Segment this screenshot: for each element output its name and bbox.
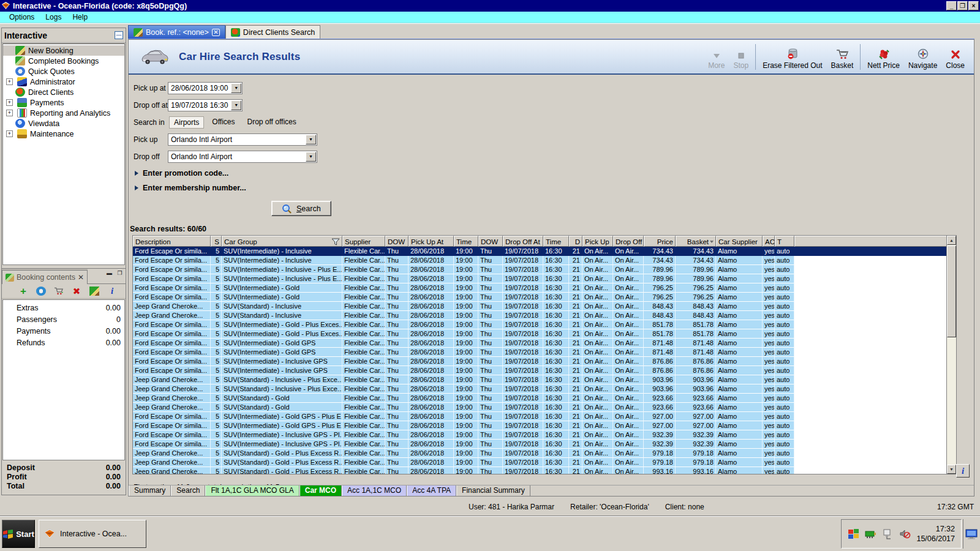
expand-icon[interactable]: + <box>6 110 13 116</box>
table-row[interactable]: Ford Escape Or simila...5SUV(Intermediat… <box>133 421 956 430</box>
booking-contents-row[interactable]: Payments 0.00 <box>7 327 121 339</box>
bottom-tab-flt-1a-1c-gla-mco-gla[interactable]: Flt 1A,1C GLA MCO GLA <box>205 485 299 496</box>
column-header-supplier[interactable]: Supplier <box>342 236 385 247</box>
navigate-button[interactable]: Navigate <box>904 43 941 71</box>
sidebar-item-direct-clients[interactable]: Direct Clients <box>3 87 124 97</box>
antivirus-icon[interactable] <box>848 528 859 539</box>
pickup-combobox[interactable]: Orlando Intl Airport ▼ <box>168 133 317 146</box>
column-header-car-supplier[interactable]: Car Supplier <box>716 236 763 247</box>
more-button[interactable]: More <box>704 43 729 71</box>
booking-contents-row[interactable]: Passengers 0 <box>7 315 121 327</box>
column-header-car-group[interactable]: Car Group <box>222 236 342 247</box>
booking-contents-row[interactable]: Refunds 0.00 <box>7 339 121 350</box>
menu-item[interactable]: Options <box>4 12 40 23</box>
search-in-option[interactable]: Drop off offices <box>243 116 300 129</box>
column-header-t[interactable]: T <box>775 236 794 247</box>
sidebar-item-viewdata[interactable]: Viewdata <box>3 118 124 129</box>
booking-contents-row[interactable]: Extras 0.00 <box>7 304 121 315</box>
document-tab[interactable]: Book. ref.: <none> ✕ <box>128 25 225 39</box>
table-row[interactable]: Ford Escape Or simila...5SUV(Intermediat… <box>133 339 956 348</box>
expand-icon[interactable]: + <box>6 78 13 85</box>
table-row[interactable]: Jeep Grand Cheroke...5SUV(Standard) - Go… <box>133 394 956 403</box>
dropoff-at-combobox[interactable]: 19/07/2018 16:30 ▼ <box>168 99 243 111</box>
column-header-description[interactable]: Description <box>133 236 211 247</box>
table-row[interactable]: Ford Escape Or simila...5SUV(Intermediat… <box>133 430 956 440</box>
close-panel-icon[interactable]: ✕ <box>78 273 84 282</box>
maximize-button[interactable]: ❐ <box>957 1 968 10</box>
expand-icon[interactable]: + <box>6 130 13 137</box>
table-row[interactable]: Jeep Grand Cheroke...5SUV(Standard) - Go… <box>133 403 956 412</box>
close-button[interactable]: Close <box>941 43 969 71</box>
info-icon[interactable]: i <box>107 287 117 296</box>
pickup-at-combobox[interactable]: 28/06/2018 19:00 ▼ <box>168 82 243 94</box>
table-row[interactable]: Ford Escape Or simila...5SUV(Intermediat… <box>133 293 956 302</box>
membership-number-toggle[interactable]: Enter membership number... <box>135 184 974 192</box>
table-row[interactable]: Ford Escape Or simila...5SUV(Intermediat… <box>133 274 956 283</box>
tab-close-icon[interactable]: ✕ <box>212 29 220 36</box>
nett-price-button[interactable]: Nett Price <box>863 43 904 71</box>
show-desktop-button[interactable] <box>963 519 979 549</box>
column-header-pick-up-at[interactable]: Pick Up At <box>409 236 454 247</box>
start-button[interactable]: Start <box>2 520 35 548</box>
bottom-tab-search[interactable]: Search <box>171 485 205 496</box>
close-button[interactable]: × <box>968 1 979 10</box>
document-tab[interactable]: Direct Clients Search <box>225 25 320 39</box>
table-row[interactable]: Ford Escape Or simila...5SUV(Intermediat… <box>133 412 956 421</box>
column-header-pick-up[interactable]: Pick Up <box>582 236 613 247</box>
bottom-tab-acc-1a-1c-mco[interactable]: Acc 1A,1C MCO <box>342 485 407 496</box>
table-row[interactable]: Ford Escape Or simila...5SUV(Intermediat… <box>133 329 956 339</box>
panel-minimize-icon[interactable]: ▬ <box>105 270 113 277</box>
table-row[interactable]: Ford Escape Or simila...5SUV(Intermediat… <box>133 320 956 329</box>
collapse-sidebar-button[interactable]: — <box>115 31 123 39</box>
sidebar-item-reporting-and-analytics[interactable]: + Reporting and Analytics <box>3 108 124 118</box>
menu-item[interactable]: Help <box>67 12 93 23</box>
column-header-s[interactable]: S <box>211 236 222 247</box>
sidebar-item-new-booking[interactable]: New Booking <box>3 45 124 56</box>
table-row[interactable]: Ford Escape Or simila...5SUV(Intermediat… <box>133 283 956 293</box>
chevron-down-icon[interactable]: ▼ <box>306 152 316 162</box>
booking-contents-tab[interactable]: Booking contents ✕ <box>2 270 88 284</box>
search-in-option[interactable]: Offices <box>208 116 239 129</box>
bottom-tab-car-mco[interactable]: Car MCO <box>300 485 342 496</box>
search-in-option[interactable]: Airports <box>169 116 204 129</box>
search-button[interactable]: Search <box>271 201 331 216</box>
expand-icon[interactable]: + <box>6 99 13 106</box>
table-row[interactable]: Jeep Grand Cheroke...5SUV(Standard) - Go… <box>133 449 956 458</box>
table-row[interactable]: Ford Escape Or simila...5SUV(Intermediat… <box>133 366 956 375</box>
add-item-icon[interactable]: + <box>18 287 28 296</box>
cart-icon[interactable] <box>54 287 64 296</box>
network-adapter-icon[interactable] <box>865 528 876 539</box>
scroll-down-icon[interactable]: ▼ <box>947 465 956 474</box>
bottom-tab-acc-4a-tpa[interactable]: Acc 4A TPA <box>407 485 456 496</box>
table-row[interactable]: Ford Escape Or simila...5SUV(Intermediat… <box>133 247 956 256</box>
sidebar-item-quick-quotes[interactable]: Quick Quotes <box>3 66 124 77</box>
delete-icon[interactable]: ✖ <box>72 287 81 296</box>
column-header-drop-off[interactable]: Drop Off <box>613 236 644 247</box>
refresh-icon[interactable] <box>36 287 46 296</box>
table-row[interactable]: Jeep Grand Cheroke...5SUV(Standard) - In… <box>133 311 956 320</box>
sidebar-item-completed-bookings[interactable]: Completed Bookings <box>3 56 124 66</box>
table-row[interactable]: Ford Escape Or simila...5SUV(Intermediat… <box>133 348 956 357</box>
column-header-d[interactable]: D <box>569 236 582 247</box>
sidebar-item-payments[interactable]: + Payments <box>3 97 124 108</box>
chevron-down-icon[interactable]: ▼ <box>231 100 241 110</box>
column-header-time[interactable]: Time <box>454 236 478 247</box>
sidebar-item-administrator[interactable]: + Administrator <box>3 77 124 87</box>
dropoff-combobox[interactable]: Orlando Intl Airport ▼ <box>168 151 317 163</box>
menu-item[interactable]: Logs <box>40 12 67 23</box>
stop-button[interactable]: Stop <box>729 43 753 71</box>
scroll-up-icon[interactable]: ▲ <box>947 236 956 245</box>
erase-filtered-out-button[interactable]: Erase Filtered Out <box>758 43 826 71</box>
table-row[interactable]: Jeep Grand Cheroke...5SUV(Standard) - In… <box>133 384 956 394</box>
basket-button[interactable]: Basket <box>827 43 858 71</box>
scrollbar-thumb[interactable] <box>947 246 956 337</box>
column-header-drop-off-at[interactable]: Drop Off At <box>503 236 543 247</box>
column-header-price[interactable]: Price <box>644 236 676 247</box>
tray-clock[interactable]: 17:32 15/06/2017 <box>916 524 955 544</box>
chevron-down-icon[interactable]: ▼ <box>231 83 241 93</box>
palm-tree-icon[interactable] <box>89 287 99 296</box>
bottom-tab-financial-summary[interactable]: Financial Summary <box>456 485 530 496</box>
bottom-tab-summary[interactable]: Summary <box>129 485 171 496</box>
sidebar-item-maintenance[interactable]: + Maintenance <box>3 129 124 139</box>
network-disconnected-icon[interactable] <box>882 528 894 539</box>
